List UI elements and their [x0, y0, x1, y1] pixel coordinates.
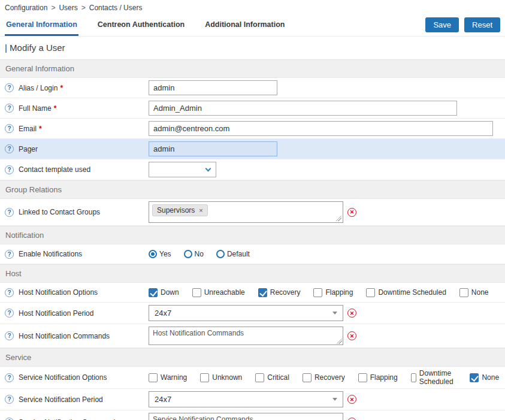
breadcrumb: Configuration > Users > Contacts / Users — [0, 0, 505, 14]
clear-contact-groups-icon[interactable] — [347, 208, 356, 217]
row-service-notification-options: Service Notification Options Warning Unk… — [0, 367, 505, 389]
help-icon[interactable] — [5, 395, 14, 404]
checkbox-service-warning[interactable]: Warning — [149, 373, 187, 382]
checkbox-icon[interactable] — [149, 288, 158, 297]
help-icon[interactable] — [5, 418, 14, 420]
checkbox-label: Unreachable — [204, 288, 245, 297]
radio-icon[interactable] — [149, 250, 157, 258]
label-col: Service Notification Commands — [5, 418, 149, 420]
checkbox-host-recovery[interactable]: Recovery — [258, 288, 301, 297]
tag-remove-icon[interactable]: × — [199, 207, 202, 214]
radio-no[interactable]: No — [184, 250, 204, 258]
tab-additional-information[interactable]: Additional Information — [204, 16, 286, 36]
textarea-wrap — [149, 413, 343, 420]
help-icon[interactable] — [5, 331, 14, 340]
checkbox-icon[interactable] — [411, 373, 416, 382]
email-label: Email — [19, 125, 37, 133]
checkbox-icon[interactable] — [366, 288, 375, 297]
help-icon[interactable] — [5, 288, 14, 297]
row-pager: Pager — [0, 139, 505, 159]
resize-handle-icon[interactable] — [337, 339, 342, 344]
help-icon[interactable] — [5, 104, 14, 113]
help-icon[interactable] — [5, 250, 14, 259]
clear-service-commands-icon[interactable] — [347, 418, 356, 420]
section-general-information: General Information — [0, 59, 505, 78]
help-icon[interactable] — [5, 83, 14, 92]
label-col: Email * — [5, 124, 149, 133]
checkbox-icon[interactable] — [358, 373, 367, 382]
reset-button[interactable]: Reset — [464, 17, 500, 32]
full-name-input[interactable] — [149, 101, 457, 116]
tabs: General Information Centreon Authenticat… — [5, 16, 286, 36]
service-period-select[interactable]: 24x7 — [149, 391, 343, 407]
breadcrumb-configuration[interactable]: Configuration — [5, 4, 47, 12]
checkbox-icon[interactable] — [192, 288, 201, 297]
checkbox-service-unknown[interactable]: Unknown — [200, 373, 242, 382]
radio-default[interactable]: Default — [216, 250, 250, 258]
checkbox-label: Flapping — [325, 288, 353, 297]
radio-yes[interactable]: Yes — [149, 250, 171, 258]
checkbox-icon[interactable] — [258, 288, 267, 297]
checkbox-service-critical[interactable]: Critical — [255, 373, 289, 382]
radio-icon[interactable] — [216, 250, 225, 258]
checkbox-host-down[interactable]: Down — [149, 288, 179, 297]
checkbox-host-none[interactable]: None — [459, 288, 489, 297]
host-commands-input[interactable] — [149, 327, 343, 345]
checkbox-host-unreachable[interactable]: Unreachable — [192, 288, 245, 297]
contact-groups-label: Linked to Contact Groups — [19, 208, 100, 216]
contact-template-label: Contact template used — [19, 165, 90, 174]
row-contact-groups: Linked to Contact Groups Supervisors × — [0, 199, 505, 226]
checkbox-service-none[interactable]: None — [470, 373, 499, 382]
alias-login-input[interactable] — [149, 80, 277, 95]
pager-input[interactable] — [149, 141, 277, 156]
radio-icon[interactable] — [184, 250, 192, 258]
field-col: 24x7 — [149, 305, 500, 321]
breadcrumb-contacts-users[interactable]: Contacts / Users — [89, 4, 143, 12]
checkbox-service-recovery[interactable]: Recovery — [303, 373, 345, 382]
checkbox-icon[interactable] — [149, 373, 158, 382]
help-icon[interactable] — [5, 144, 14, 153]
checkbox-label: None — [471, 288, 489, 297]
help-icon[interactable] — [5, 165, 14, 174]
required-asterisk: * — [39, 125, 42, 133]
help-icon[interactable] — [5, 309, 14, 318]
checkbox-service-downtime-scheduled[interactable]: Downtime Scheduled — [411, 369, 457, 386]
checkbox-icon[interactable] — [459, 288, 468, 297]
checkbox-label: Recovery — [270, 288, 301, 297]
save-button[interactable]: Save — [425, 17, 459, 32]
help-icon[interactable] — [5, 208, 14, 217]
service-commands-label: Service Notification Commands — [19, 418, 119, 420]
label-col: Host Notification Period — [5, 309, 149, 318]
breadcrumb-users[interactable]: Users — [59, 4, 77, 12]
tag-label: Supervisors — [157, 206, 195, 214]
checkbox-label: Downtime Scheduled — [419, 369, 457, 386]
checkbox-host-downtime-scheduled[interactable]: Downtime Scheduled — [366, 288, 446, 297]
clear-host-period-icon[interactable] — [347, 309, 356, 318]
tab-bar: General Information Centreon Authenticat… — [0, 14, 505, 37]
row-email: Email * — [0, 119, 505, 139]
checkbox-service-flapping[interactable]: Flapping — [358, 373, 398, 382]
checkbox-icon[interactable] — [313, 288, 322, 297]
email-input[interactable] — [149, 121, 493, 136]
checkbox-label: Flapping — [370, 373, 398, 382]
clear-host-commands-icon[interactable] — [347, 331, 356, 340]
resize-handle-icon[interactable] — [336, 216, 341, 221]
label-col: Contact template used — [5, 165, 149, 174]
help-icon[interactable] — [5, 373, 14, 382]
tab-general-information[interactable]: General Information — [5, 16, 78, 36]
checkbox-icon[interactable] — [255, 373, 264, 382]
contact-group-tag: Supervisors × — [152, 204, 208, 216]
service-commands-input[interactable] — [149, 413, 343, 420]
checkbox-icon[interactable] — [200, 373, 209, 382]
checkbox-icon[interactable] — [470, 373, 479, 382]
help-icon[interactable] — [5, 124, 14, 133]
contact-groups-multiselect[interactable]: Supervisors × — [149, 201, 343, 223]
tab-centreon-authentication[interactable]: Centreon Authentication — [96, 16, 186, 36]
checkbox-host-flapping[interactable]: Flapping — [313, 288, 353, 297]
checkbox-icon[interactable] — [303, 373, 312, 382]
clear-service-period-icon[interactable] — [347, 395, 356, 404]
host-period-select[interactable]: 24x7 — [149, 305, 343, 321]
field-col — [149, 327, 500, 345]
contact-template-select[interactable] — [149, 162, 216, 177]
checkbox-label: Warning — [161, 373, 187, 382]
